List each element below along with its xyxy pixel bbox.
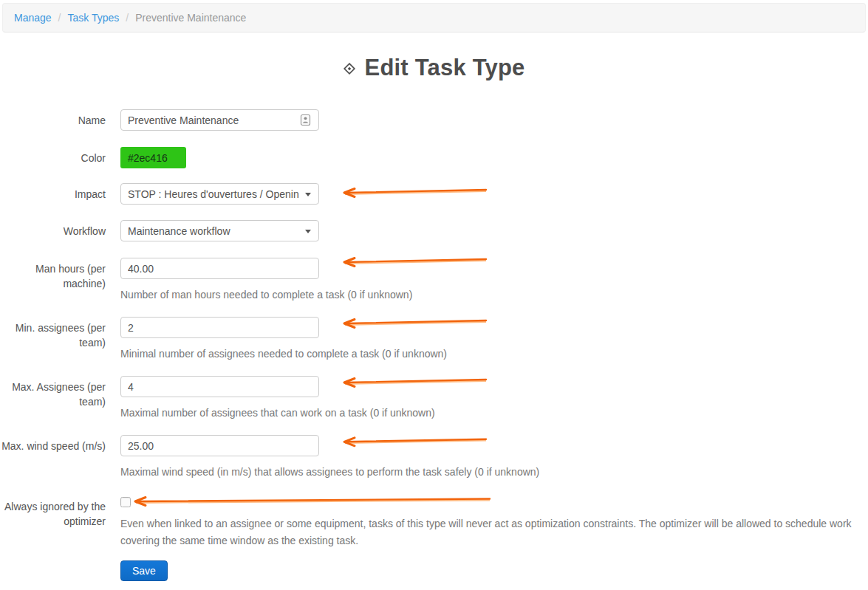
man-hours-label: Man hours (per machine) (0, 261, 106, 291)
workflow-select[interactable]: Maintenance workflow (120, 220, 319, 241)
workflow-select-value: Maintenance workflow (128, 225, 299, 237)
page-title: Edit Task Type (365, 55, 525, 81)
diamond-icon (344, 63, 355, 75)
impact-select[interactable]: STOP : Heures d'ouvertures / Openin (120, 183, 319, 205)
max-assignees-label: Max. Assignees (per team) (0, 380, 106, 409)
min-assignees-input[interactable] (120, 317, 319, 338)
annotation-arrow-max-assignees (344, 379, 486, 387)
breadcrumb-link-manage[interactable]: Manage (14, 12, 52, 24)
name-input[interactable] (120, 109, 319, 131)
max-wind-speed-help: Maximal wind speed (in m/s) that allows … (120, 464, 539, 481)
man-hours-input[interactable] (120, 258, 319, 279)
workflow-label: Workflow (0, 224, 106, 239)
max-wind-speed-input[interactable] (120, 435, 319, 456)
always-ignored-label: Always ignored by the optimizer (0, 499, 106, 529)
save-button[interactable]: Save (120, 560, 168, 581)
annotation-arrow-max-wind-speed (344, 438, 486, 446)
breadcrumb-separator: / (58, 12, 61, 24)
color-label: Color (0, 151, 106, 165)
annotation-arrow-always-ignored-checkbox (135, 498, 490, 506)
breadcrumb: Manage / Task Types / Preventive Mainten… (2, 3, 866, 32)
edit-task-type-page: Manage / Task Types / Preventive Mainten… (0, 0, 868, 590)
dropdown-caret-icon (305, 230, 311, 233)
name-label: Name (0, 113, 106, 128)
impact-select-value: STOP : Heures d'ouvertures / Openin (128, 188, 299, 200)
breadcrumb-current-item: Preventive Maintenance (135, 12, 246, 24)
max-wind-speed-label: Max. wind speed (m/s) (0, 439, 106, 453)
breadcrumb-separator: / (126, 12, 129, 24)
always-ignored-checkbox[interactable] (120, 497, 131, 507)
always-ignored-help: Even when linked to an assignee or some … (120, 515, 855, 549)
autofill-contact-icon (299, 114, 312, 126)
max-assignees-input[interactable] (120, 376, 319, 397)
dropdown-caret-icon (305, 193, 311, 196)
annotation-arrow-min-assignees (344, 320, 486, 328)
min-assignees-help: Minimal number of assignees needed to co… (120, 346, 447, 363)
impact-label: Impact (0, 187, 106, 202)
min-assignees-label: Min. assignees (per team) (0, 320, 106, 350)
annotation-arrow-impact (344, 189, 486, 197)
color-swatch[interactable]: #2ec416 (120, 147, 186, 168)
page-title-row: Edit Task Type (0, 52, 868, 84)
breadcrumb-link-task-types[interactable]: Task Types (67, 12, 119, 24)
max-assignees-help: Maximal number of assignees that can wor… (120, 405, 435, 422)
man-hours-help: Number of man hours needed to complete a… (120, 287, 412, 303)
annotation-arrow-man-hours (344, 258, 486, 267)
